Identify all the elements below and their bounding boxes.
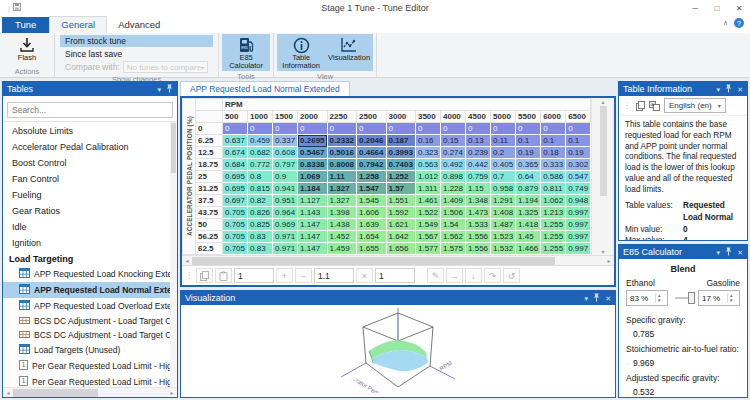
grid-cell[interactable]: 0.18	[541, 147, 566, 159]
search-input[interactable]	[7, 102, 173, 118]
grid-cell[interactable]: 0.3993	[386, 147, 415, 159]
grid-cell[interactable]: 0.682	[248, 147, 273, 159]
grid-cell[interactable]: 1.45	[516, 231, 541, 243]
grid-cell[interactable]: 1.545	[357, 195, 386, 207]
scroll-down-icon[interactable]: ▾	[602, 248, 605, 255]
grid-cell[interactable]: 0.11	[491, 135, 516, 147]
grid-cell[interactable]: 1.562	[441, 231, 466, 243]
maximize-button[interactable]: □	[706, 0, 728, 16]
grid-cell[interactable]: 0.684	[223, 159, 248, 171]
tables-list-item[interactable]: 1Per Gear Requested Load Limit - High BA	[3, 358, 177, 374]
grid-cell[interactable]: 0	[541, 123, 566, 135]
grid-cell[interactable]: 1.621	[386, 219, 415, 231]
grid-cell[interactable]: 0.323	[415, 147, 440, 159]
grid-cell[interactable]: 0.971	[273, 243, 298, 255]
ethanol-spinner[interactable]: ▲▼	[626, 290, 668, 306]
copy-icon[interactable]	[196, 268, 213, 283]
grid-cell[interactable]: 1.523	[491, 231, 516, 243]
grid-cell[interactable]: 0	[327, 123, 356, 135]
grid-cell[interactable]: 1.325	[516, 207, 541, 219]
grid-cell[interactable]: 0.958	[491, 183, 516, 195]
language-dropdown[interactable]: English (en) ▾	[664, 98, 726, 113]
tables-horizontal-scrollbar[interactable]: ◂ ▸	[3, 387, 177, 397]
grid-cell[interactable]: 0.826	[248, 207, 273, 219]
panel-menu-icon[interactable]: ▾	[585, 295, 589, 302]
grid-cell[interactable]: 1.452	[327, 231, 356, 243]
grid-cell[interactable]: 0	[386, 123, 415, 135]
tables-list-item[interactable]: 1Per Gear Requested Load Limit - High BA	[3, 374, 177, 387]
row-header[interactable]: 12.5	[196, 147, 223, 159]
grid-cell[interactable]: 0.705	[223, 231, 248, 243]
grid-cell[interactable]: 0.405	[491, 159, 516, 171]
grid-cell[interactable]: 1.255	[541, 243, 566, 255]
grid-cell[interactable]: 0.697	[223, 195, 248, 207]
interpolate-2d-icon[interactable]: ↷	[484, 268, 501, 283]
ribbon-tab-general[interactable]: General	[49, 16, 107, 33]
grid-cell[interactable]: 0.749	[566, 183, 591, 195]
grid-cell[interactable]: 1.438	[327, 219, 356, 231]
grid-cell[interactable]: 0.8008	[327, 159, 356, 171]
grid-cell[interactable]: 0.695	[223, 171, 248, 183]
grid-cell[interactable]: 1.532	[491, 243, 516, 255]
column-header[interactable]: 500	[223, 111, 248, 123]
grid-cell[interactable]: 0.337	[273, 135, 298, 147]
grid-cell[interactable]: 0.951	[273, 195, 298, 207]
tables-list-item[interactable]: APP Requested Load Overload Extended	[3, 298, 177, 314]
ethanol-value-input[interactable]	[627, 294, 655, 303]
paste-icon[interactable]	[215, 268, 232, 283]
grid-cell[interactable]: 1.012	[415, 171, 440, 183]
spin-down-icon[interactable]: ▼	[729, 298, 733, 303]
grid-cell[interactable]: 1.311	[415, 183, 440, 195]
tables-list-item[interactable]: Accelerator Pedal Calibration	[3, 139, 177, 155]
grid-cell[interactable]: 0	[357, 123, 386, 135]
grid-cell[interactable]: 1.348	[466, 195, 491, 207]
grid-cell[interactable]: 0.19	[516, 147, 541, 159]
grid-cell[interactable]: 0.811	[541, 183, 566, 195]
grid-cell[interactable]: 0.7	[491, 171, 516, 183]
grid-cell[interactable]: 0.797	[273, 159, 298, 171]
grid-cell[interactable]: 0	[516, 123, 541, 135]
grid-cell[interactable]: 1.418	[516, 219, 541, 231]
grid-cell[interactable]: 0.492	[441, 159, 466, 171]
tables-list-item[interactable]: APP Requested Load Knocking Extended	[3, 266, 177, 282]
column-header[interactable]: 6000	[541, 111, 566, 123]
scroll-right-icon[interactable]: ▸	[167, 389, 177, 396]
grid-cell[interactable]: 0.969	[273, 219, 298, 231]
grid-cell[interactable]: 0.971	[273, 231, 298, 243]
grid-cell[interactable]: 1.656	[386, 243, 415, 255]
undo-icon[interactable]: ↺	[503, 268, 520, 283]
grid-cell[interactable]: 1.533	[466, 219, 491, 231]
row-header[interactable]: 50	[196, 219, 223, 231]
grid-cell[interactable]: 0.7942	[357, 159, 386, 171]
flash-button[interactable]: Flash	[3, 34, 51, 66]
column-header[interactable]: 1000	[248, 111, 273, 123]
drag-handle-icon[interactable]: ⋮	[623, 101, 630, 110]
grid-cell[interactable]: 0.1	[541, 135, 566, 147]
grid-cell[interactable]: 0	[566, 123, 591, 135]
grid-cell[interactable]: 0.19	[566, 147, 591, 159]
row-header[interactable]: 0	[196, 123, 223, 135]
scroll-right-icon[interactable]: ▸	[604, 257, 614, 264]
interpolate-horizontal-icon[interactable]: →	[446, 268, 463, 283]
grid-vertical-scrollbar[interactable]: ▴ ▾	[591, 98, 614, 255]
grid-cell[interactable]: 1.57	[386, 183, 415, 195]
e85-calculator-button[interactable]: E85 E85 Calculator	[222, 34, 270, 71]
multiply-amount-input[interactable]	[314, 268, 354, 283]
grid-cell[interactable]: 0.2	[491, 147, 516, 159]
grid-cell[interactable]: 0.16	[415, 135, 440, 147]
grid-cell[interactable]: 1.147	[298, 219, 327, 231]
grid-cell[interactable]: 0.1	[516, 135, 541, 147]
column-header[interactable]: 4500	[466, 111, 491, 123]
grid-cell[interactable]: 0.879	[516, 183, 541, 195]
column-header[interactable]: 6500	[566, 111, 591, 123]
grid-cell[interactable]: 0.4664	[357, 147, 386, 159]
row-header[interactable]: 25	[196, 171, 223, 183]
multiply-button[interactable]: ×	[356, 268, 373, 283]
grid-cell[interactable]: 0.83	[248, 243, 273, 255]
column-header[interactable]: 3500	[415, 111, 440, 123]
grid-cell[interactable]: 1.592	[386, 207, 415, 219]
column-header[interactable]: 5500	[516, 111, 541, 123]
grid-cell[interactable]: 0.948	[566, 195, 591, 207]
grid-cell[interactable]: 0.5467	[298, 147, 327, 159]
grid-cell[interactable]: 0.64	[516, 171, 541, 183]
